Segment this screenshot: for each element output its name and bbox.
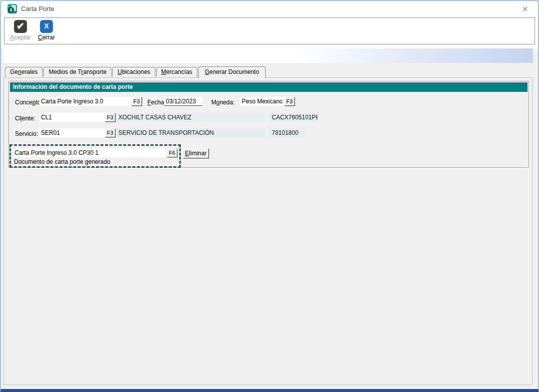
fecha-input[interactable]	[164, 97, 202, 106]
moneda-f3-button[interactable]: F3	[284, 97, 295, 106]
cliente-label: Cliente:	[15, 114, 35, 123]
concepto-input[interactable]	[39, 97, 131, 106]
tab-bar: Generales Medios de Transporte Ubicacion…	[5, 66, 267, 78]
tab-generales[interactable]: Generales	[5, 67, 42, 77]
carta-porte-window: $ Carta Porte × ✔ Aceptar X Cerrar Gener…	[0, 0, 539, 392]
generar-documento-panel: Información del documento de carta porte…	[3, 77, 533, 385]
fecha-label: Fecha:	[147, 98, 166, 107]
x-icon: X	[40, 20, 53, 33]
concepto-label: Concepto:	[15, 98, 42, 107]
moneda-label: Moneda:	[211, 98, 235, 107]
aceptar-button[interactable]: ✔ Aceptar	[7, 20, 33, 43]
section-header: Información del documento de carta porte	[10, 82, 528, 92]
documento-f6-button[interactable]: F6	[167, 148, 177, 157]
cliente-input[interactable]	[39, 113, 105, 122]
servicio-input[interactable]	[39, 128, 105, 137]
cliente-rfc-readonly: CACX7605101P8	[269, 113, 318, 122]
servicio-label: Servicio:	[15, 129, 38, 138]
app-icon: $	[7, 4, 17, 13]
highlight-dashed-box: F6 Documento de carta porte generado	[9, 144, 181, 168]
cliente-nombre-readonly: XOCHILT CASAS CHAVEZ	[116, 113, 265, 122]
documento-groupbox: Información del documento de carta porte…	[8, 81, 529, 168]
toolbar: ✔ Aceptar X Cerrar	[4, 17, 535, 44]
servicio-f3-button[interactable]: F3	[105, 128, 115, 137]
documento-status-text: Documento de carta porte generado	[14, 158, 110, 165]
documento-generado-input[interactable]	[13, 148, 166, 157]
gradient-band	[3, 48, 533, 63]
servicio-nombre-readonly: SERVICIO DE TRANSPORTACIÓN	[116, 128, 265, 137]
close-icon[interactable]: ×	[519, 3, 531, 15]
cliente-f3-button[interactable]: F3	[105, 113, 115, 122]
titlebar: $ Carta Porte ×	[1, 1, 538, 16]
moneda-input[interactable]	[240, 97, 284, 106]
window-title: Carta Porte	[21, 5, 54, 12]
tab-medios-de-transporte[interactable]: Medios de Transporte	[43, 67, 111, 77]
tab-ubicaciones[interactable]: Ubicaciones	[112, 67, 155, 77]
cerrar-button[interactable]: X Cerrar	[33, 20, 59, 43]
tab-mercancias[interactable]: Mercancías	[156, 67, 197, 77]
tab-generar-documento[interactable]: Generar Documento	[198, 66, 266, 78]
cerrar-label: Cerrar	[33, 34, 59, 41]
eliminar-button[interactable]: Eliminar	[183, 148, 209, 158]
aceptar-label: Aceptar	[7, 34, 33, 41]
concepto-f3-button[interactable]: F3	[131, 97, 142, 106]
check-icon: ✔	[14, 20, 27, 33]
servicio-clave-readonly: 78101800	[269, 128, 306, 137]
app-icon-dollar: $	[8, 7, 14, 13]
